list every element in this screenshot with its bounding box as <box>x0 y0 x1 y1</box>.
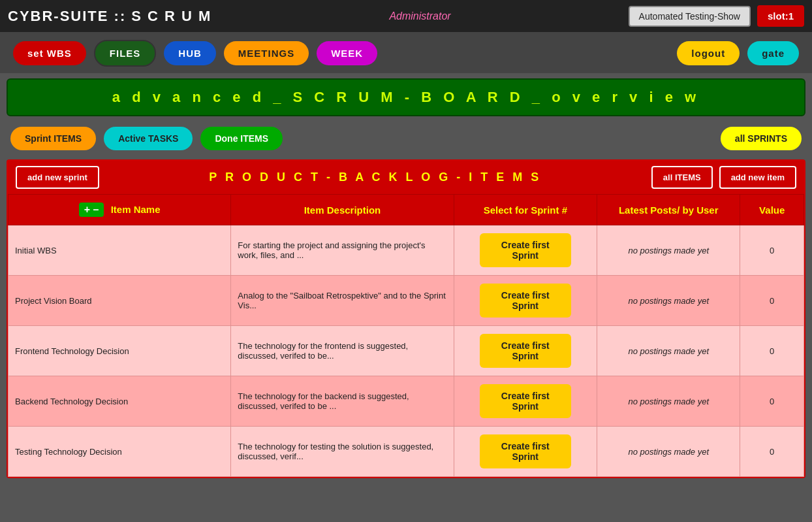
navbar: set WBS FILES HUB MEETINGS WEEK logout g… <box>0 33 812 73</box>
cell-value-3: 0 <box>740 376 804 427</box>
cell-posts-3: no postings made yet <box>597 376 740 427</box>
add-new-item-button[interactable]: add new item <box>719 166 796 189</box>
th-latest-posts: Latest Posts/ by User <box>597 195 740 225</box>
sprint-items-btn[interactable]: Sprint ITEMS <box>10 127 96 150</box>
cell-name-4: Testing Technology Decision <box>8 427 231 477</box>
th-select-sprint: Select for Sprint # <box>454 195 597 225</box>
filter-bar: Sprint ITEMS Active TASKS Done ITEMS all… <box>0 122 812 155</box>
cell-value-4: 0 <box>740 427 804 477</box>
cell-posts-0: no postings made yet <box>597 225 740 276</box>
table-row: Backend Technology Decision The technolo… <box>8 376 804 427</box>
backlog-table: + – Item Name Item Description Select fo… <box>8 194 804 477</box>
admin-label: Administrator <box>218 10 621 22</box>
nav-hub[interactable]: HUB <box>164 41 216 65</box>
cell-desc-4: The technology for testing the solution … <box>231 427 454 477</box>
board-title: a d v a n c e d _ S C R U M - B O A R D … <box>21 89 791 106</box>
cell-sprint-4: Create first Sprint <box>454 427 597 477</box>
cell-sprint-3: Create first Sprint <box>454 376 597 427</box>
backlog-section: add new sprint P R O D U C T - B A C K L… <box>7 159 805 478</box>
table-row: Initial WBS For starting the project and… <box>8 225 804 276</box>
cell-posts-1: no postings made yet <box>597 276 740 326</box>
cell-value-1: 0 <box>740 276 804 326</box>
all-sprints-btn[interactable]: all SPRINTS <box>721 127 802 150</box>
th-value: Value <box>740 195 804 225</box>
plus-minus-btn[interactable]: + – <box>79 203 104 217</box>
cell-sprint-2: Create first Sprint <box>454 326 597 376</box>
cell-posts-2: no postings made yet <box>597 326 740 376</box>
nav-week[interactable]: WEEK <box>317 41 377 65</box>
cell-posts-4: no postings made yet <box>597 427 740 477</box>
add-new-sprint-button[interactable]: add new sprint <box>16 166 99 189</box>
th-item-description: Item Description <box>231 195 454 225</box>
create-sprint-btn-1[interactable]: Create first Sprint <box>480 284 571 318</box>
active-tasks-btn[interactable]: Active TASKS <box>104 127 193 150</box>
backlog-header: add new sprint P R O D U C T - B A C K L… <box>8 161 804 194</box>
create-sprint-btn-4[interactable]: Create first Sprint <box>480 434 571 468</box>
cell-sprint-0: Create first Sprint <box>454 225 597 276</box>
table-row: Testing Technology Decision The technolo… <box>8 427 804 477</box>
app-title: CYBR-SUITE :: S C R U M <box>8 8 211 25</box>
nav-meetings[interactable]: MEETINGS <box>224 41 309 65</box>
cell-value-0: 0 <box>740 225 804 276</box>
cell-desc-2: The technology for the frontend is sugge… <box>231 326 454 376</box>
cell-desc-3: The technology for the backend is sugges… <box>231 376 454 427</box>
table-row: Frontend Technology Decision The technol… <box>8 326 804 376</box>
cell-name-2: Frontend Technology Decision <box>8 326 231 376</box>
cell-value-2: 0 <box>740 326 804 376</box>
create-sprint-btn-2[interactable]: Create first Sprint <box>480 334 571 368</box>
backlog-title: P R O D U C T - B A C K L O G - I T E M … <box>106 171 645 184</box>
all-items-button[interactable]: all ITEMS <box>651 166 713 189</box>
cell-desc-1: Analog to the "Sailboat Retrospektive" a… <box>231 276 454 326</box>
nav-set-wbs[interactable]: set WBS <box>13 41 86 65</box>
table-row: Project Vision Board Analog to the "Sail… <box>8 276 804 326</box>
cell-desc-0: For starting the project and assigning t… <box>231 225 454 276</box>
nav-logout[interactable]: logout <box>677 41 740 65</box>
testing-show-box: Automated Testing-Show <box>629 6 751 27</box>
table-header-row: + – Item Name Item Description Select fo… <box>8 195 804 225</box>
cell-sprint-1: Create first Sprint <box>454 276 597 326</box>
cell-name-3: Backend Technology Decision <box>8 376 231 427</box>
nav-files[interactable]: FILES <box>94 40 157 67</box>
create-sprint-btn-3[interactable]: Create first Sprint <box>480 384 571 418</box>
cell-name-0: Initial WBS <box>8 225 231 276</box>
board-title-bar: a d v a n c e d _ S C R U M - B O A R D … <box>7 78 805 116</box>
th-item-name: + – Item Name <box>8 195 231 225</box>
backlog-body: Initial WBS For starting the project and… <box>8 225 804 477</box>
slot-button[interactable]: slot:1 <box>757 5 804 27</box>
nav-gate[interactable]: gate <box>747 41 799 65</box>
header: CYBR-SUITE :: S C R U M Administrator Au… <box>0 0 812 33</box>
create-sprint-btn-0[interactable]: Create first Sprint <box>480 233 571 267</box>
cell-name-1: Project Vision Board <box>8 276 231 326</box>
done-items-btn[interactable]: Done ITEMS <box>200 127 283 150</box>
